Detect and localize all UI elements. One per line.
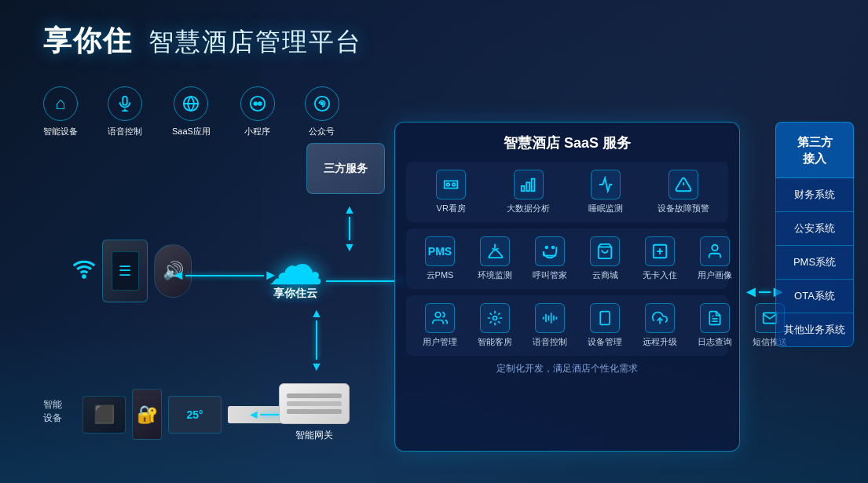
voicectrl-icon bbox=[535, 303, 565, 333]
svg-rect-11 bbox=[531, 179, 534, 192]
gateway-label: 智能网关 bbox=[295, 429, 333, 442]
door-lock-device: 🔐 bbox=[132, 389, 162, 440]
fault-label: 设备故障预警 bbox=[657, 203, 709, 214]
ota-icon bbox=[645, 303, 675, 333]
svg-point-20 bbox=[493, 317, 497, 320]
feature-ota: 远程升级 bbox=[632, 303, 687, 348]
top-icons-row: ⌂ 智能设备 语音控制 SaaS应用 bbox=[43, 86, 339, 137]
log-label: 日志查询 bbox=[698, 336, 732, 348]
gateway-area: 智能网关 bbox=[279, 383, 350, 442]
right-panel-ota: OTA系统 bbox=[775, 280, 854, 313]
svg-point-8 bbox=[452, 183, 456, 186]
gateway-device-box bbox=[279, 383, 350, 424]
env-icon bbox=[480, 236, 510, 266]
svg-rect-0 bbox=[123, 97, 127, 105]
third-party-label: 三方服务 bbox=[324, 162, 368, 176]
title-main: 享你住 bbox=[43, 24, 133, 57]
svg-point-3 bbox=[258, 102, 262, 105]
wifi-signal-icon bbox=[72, 257, 96, 286]
feature-mall: 云商城 bbox=[577, 236, 632, 281]
saas-feature-section-2: PMS 云PMS 环境监测 bbox=[406, 229, 728, 289]
vr-icon bbox=[436, 170, 466, 199]
cardless-icon bbox=[645, 236, 675, 266]
saas-main-panel: 智慧酒店 SaaS 服务 VR看房 bbox=[394, 122, 740, 452]
feature-smartroom: 智能客房 bbox=[467, 303, 522, 348]
device-to-cloud-arrow: ◄ ► bbox=[171, 267, 278, 284]
feature-fault: 设备故障预警 bbox=[656, 170, 711, 214]
saas-feature-section-1: VR看房 大数据分析 bbox=[406, 162, 728, 222]
svg-point-5 bbox=[321, 103, 324, 105]
pms-icon: PMS bbox=[425, 236, 455, 266]
butler-icon bbox=[535, 236, 565, 266]
saas-row-3: 用户管理 智能客房 bbox=[412, 303, 722, 348]
switch-panel-device: ⬛ bbox=[82, 396, 126, 434]
icon-smart-device: ⌂ 智能设备 bbox=[43, 86, 78, 137]
butler-label: 呼叫管家 bbox=[533, 269, 567, 281]
svg-point-18 bbox=[712, 245, 717, 251]
saas-panel-title: 智慧酒店 SaaS 服务 bbox=[406, 134, 728, 152]
devicemgmt-label: 设备管理 bbox=[588, 336, 622, 348]
saas-row-1: VR看房 大数据分析 bbox=[412, 170, 722, 214]
official-account-icon bbox=[305, 86, 339, 121]
fault-icon bbox=[668, 170, 698, 199]
icon-official-account: 公众号 bbox=[305, 86, 339, 137]
svg-rect-10 bbox=[526, 182, 529, 191]
smartroom-icon bbox=[480, 303, 510, 333]
right-integration-panel: 第三方 接入 财务系统 公安系统 PMS系统 OTA系统 其他业务系统 bbox=[775, 122, 854, 347]
svg-point-15 bbox=[552, 247, 555, 249]
devicemgmt-icon bbox=[590, 303, 620, 333]
page-title: 享你住 智慧酒店管理平台 bbox=[43, 22, 362, 60]
saas-bottom-text: 定制化开发，满足酒店个性化需求 bbox=[406, 362, 728, 375]
third-party-service-box: 三方服务 bbox=[306, 143, 385, 194]
smart-device-icon: ⌂ bbox=[43, 86, 78, 121]
svg-point-7 bbox=[447, 183, 450, 186]
env-label: 环境监测 bbox=[478, 269, 512, 281]
feature-voicectrl: 语音控制 bbox=[522, 303, 577, 348]
feature-portrait: 用户画像 bbox=[687, 236, 742, 281]
thermostat-device: 25° bbox=[168, 396, 222, 434]
smart-devices-label: 智能设备 bbox=[43, 398, 62, 430]
right-panel-pms: PMS系统 bbox=[775, 246, 854, 280]
right-panel-other: 其他业务系统 bbox=[775, 313, 854, 347]
vr-label: VR看房 bbox=[437, 203, 466, 214]
mall-label: 云商城 bbox=[592, 269, 618, 281]
svg-point-2 bbox=[254, 102, 257, 105]
cloud-label: 享你住云 bbox=[273, 287, 317, 301]
portrait-icon bbox=[700, 236, 730, 266]
log-icon bbox=[700, 303, 730, 333]
feature-log: 日志查询 bbox=[687, 303, 742, 348]
usermgmt-icon bbox=[425, 303, 455, 333]
miniprogram-icon bbox=[240, 86, 275, 121]
portrait-label: 用户画像 bbox=[698, 269, 732, 281]
thirdparty-cloud-arrow-v: ▲ ▼ bbox=[343, 203, 356, 254]
icon-miniprogram: 小程序 bbox=[240, 86, 275, 137]
pms-label: 云PMS bbox=[427, 269, 454, 281]
right-panel-police: 公安系统 bbox=[775, 212, 854, 246]
icon-label-official: 公众号 bbox=[309, 126, 335, 137]
svg-rect-27 bbox=[600, 312, 610, 325]
cloud-gateway-arrow-v: ▲ ▼ bbox=[310, 306, 323, 374]
saas-icon bbox=[174, 86, 208, 121]
voicectrl-label: 语音控制 bbox=[533, 336, 567, 348]
icon-voice-control: 语音控制 bbox=[108, 86, 142, 137]
svg-point-14 bbox=[546, 247, 548, 249]
bigdata-label: 大数据分析 bbox=[507, 203, 550, 214]
voice-control-icon bbox=[108, 86, 142, 121]
feature-cardless: 无卡入住 bbox=[632, 236, 687, 281]
mall-icon bbox=[590, 236, 620, 266]
feature-pms: PMS 云PMS bbox=[412, 236, 467, 281]
right-panel-finance: 财务系统 bbox=[775, 178, 854, 212]
feature-usermgmt: 用户管理 bbox=[412, 303, 467, 348]
feature-devicemgmt: 设备管理 bbox=[577, 303, 632, 348]
feature-vr: VR看房 bbox=[423, 170, 478, 214]
saas-feature-section-3: 用户管理 智能客房 bbox=[406, 295, 728, 356]
usermgmt-label: 用户管理 bbox=[423, 336, 457, 348]
feature-env: 环境监测 bbox=[467, 236, 522, 281]
icon-saas: SaaS应用 bbox=[172, 86, 211, 137]
icon-label-saas: SaaS应用 bbox=[172, 126, 211, 137]
feature-bigdata: 大数据分析 bbox=[501, 170, 556, 214]
sleep-icon bbox=[591, 170, 621, 199]
title-sub: 智慧酒店管理平台 bbox=[148, 27, 362, 56]
sleep-label: 睡眠监测 bbox=[588, 203, 623, 214]
svg-rect-9 bbox=[522, 186, 525, 191]
